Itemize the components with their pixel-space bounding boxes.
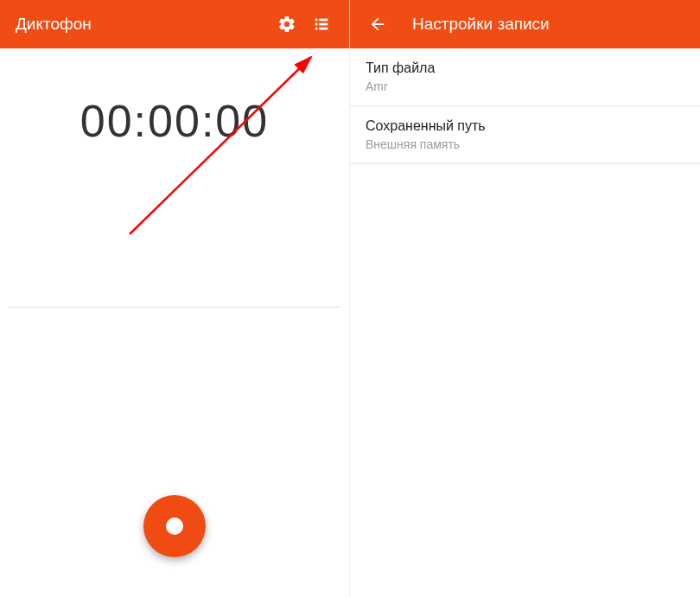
svg-rect-5 — [319, 28, 328, 30]
recorder-panel: Диктофон — [0, 0, 350, 597]
record-button[interactable] — [143, 495, 206, 557]
setting-file-type[interactable]: Тип файла Amr — [350, 48, 700, 106]
svg-rect-2 — [315, 23, 318, 26]
gear-icon — [277, 15, 296, 34]
svg-rect-1 — [319, 19, 328, 22]
app-title: Диктофон — [10, 15, 270, 34]
record-icon — [166, 518, 183, 535]
settings-title: Настройки записи — [412, 15, 550, 34]
setting-subtitle-label: Amr — [366, 79, 684, 93]
settings-button[interactable] — [270, 7, 304, 41]
recorder-appbar: Диктофон — [0, 0, 349, 48]
waveform-divider — [9, 307, 340, 308]
back-arrow-icon — [368, 15, 387, 34]
settings-appbar: Настройки записи — [350, 0, 700, 48]
timer-display: 00:00:00 — [0, 95, 349, 147]
setting-save-path[interactable]: Сохраненный путь Внешняя память — [350, 106, 700, 164]
annotation-arrow-icon — [112, 48, 337, 247]
settings-panel: Настройки записи Тип файла Amr Сохраненн… — [350, 0, 700, 597]
svg-rect-4 — [315, 28, 318, 30]
setting-title-label: Тип файла — [366, 60, 684, 76]
setting-title-label: Сохраненный путь — [366, 118, 684, 134]
setting-subtitle-label: Внешняя память — [366, 137, 684, 151]
svg-rect-3 — [319, 23, 328, 26]
svg-rect-0 — [315, 19, 318, 22]
back-button[interactable] — [360, 7, 395, 41]
list-icon — [312, 15, 331, 34]
list-button[interactable] — [304, 7, 339, 41]
